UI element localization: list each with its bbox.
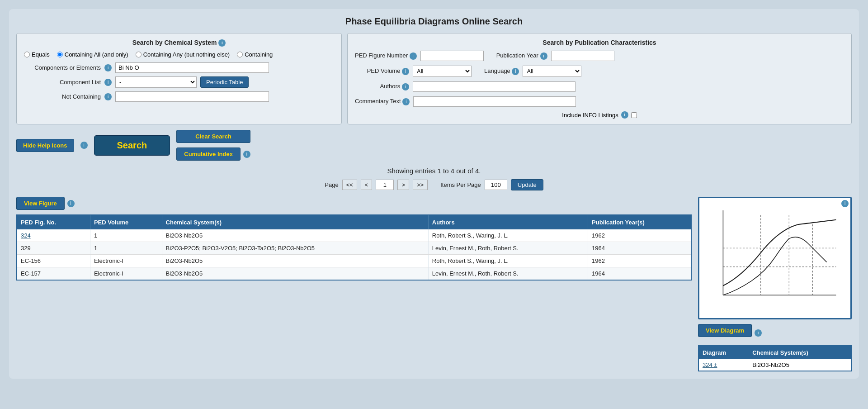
items-per-page-input[interactable] [485,180,507,190]
authors-input[interactable] [413,81,576,92]
not-containing-row: Not Containing i [24,91,334,102]
search-type-radio-group: Equals Containing All (and only) Contain… [24,51,334,58]
cell-chemical-systems: Bi2O3-Nb2O5 [162,255,428,267]
radio-containing[interactable]: Containing [237,51,273,58]
cell-authors: Levin, Ernest M., Roth, Robert S. [428,267,588,281]
table-header-row: PED Fig. No. PED Volume Chemical System(… [17,215,691,229]
first-page-button[interactable]: << [342,180,357,190]
components-input[interactable] [115,62,269,73]
cell-ped-fig-no[interactable]: 324 [17,229,90,242]
diagram-col-diagram: Diagram [698,346,749,359]
col-ped-fig-no: PED Fig. No. [17,215,90,229]
hide-help-info-icon[interactable]: i [80,142,88,149]
hide-help-button[interactable]: Hide Help Icons [16,139,74,152]
items-per-page-label: Items Per Page [440,181,481,188]
col-publication-year: Publication Year(s) [588,215,691,229]
language-select[interactable]: All [523,66,581,77]
radio-containing-any-input[interactable] [136,52,142,57]
authors-row: Authors i [355,81,844,92]
radio-containing-all-input[interactable] [57,52,63,57]
cumulative-index-button[interactable]: Cumulative Index [176,147,241,161]
ped-volume-select[interactable]: All [413,66,472,77]
cell-diagram[interactable]: 324 ± [698,359,749,371]
cumulative-info-icon[interactable]: i [243,151,250,158]
language-info-icon[interactable]: i [512,68,519,75]
include-info-icon[interactable]: i [621,111,628,119]
view-diagram-info-icon[interactable]: i [755,329,762,337]
component-list-label: Component List [24,79,101,86]
cell-publication-year: 1964 [588,267,691,281]
view-figure-info-icon[interactable]: i [67,200,75,207]
view-figure-button[interactable]: View Figure [16,197,65,210]
diagram-table: Diagram Chemical System(s) 324 ±Bi2O3-Nb… [698,345,852,371]
commentary-info-icon[interactable]: i [402,98,410,105]
chemical-system-title: Search by Chemical System i [24,39,334,47]
not-containing-label: Not Containing [24,93,101,100]
ped-volume-info-icon[interactable]: i [402,68,409,75]
publication-year-label: Publication Year i [496,52,547,60]
ped-figure-info-icon[interactable]: i [410,52,417,60]
include-info-checkbox[interactable] [631,112,637,118]
cell-publication-year: 1962 [588,255,691,267]
publication-year-info-icon[interactable]: i [540,52,547,60]
commentary-row: Commentary Text i [355,96,844,107]
publication-panel: Search by Publication Characteristics PE… [347,33,852,124]
radio-containing-any[interactable]: Containing Any (but nothing else) [136,51,230,58]
ped-fig-link[interactable]: 324 [21,232,31,239]
include-info-label: Include INFO Listings [562,112,618,119]
ped-figure-row: PED Figure Number i Publication Year i [355,51,844,61]
action-bar: Hide Help Icons i Search Clear Search Cu… [16,130,852,161]
table-row: 3241Bi2O3-Nb2O5Roth, Robert S., Waring, … [17,229,691,242]
table-row: EC-157Electronic-IBi2O3-Nb2O5Levin, Erne… [17,267,691,281]
cell-ped-volume: 1 [90,242,162,255]
cell-ped-fig-no: EC-157 [17,267,90,281]
cell-ped-volume: 1 [90,229,162,242]
radio-containing-input[interactable] [237,52,243,57]
cell-publication-year: 1964 [588,242,691,255]
cell-ped-volume: Electronic-I [90,267,162,281]
cell-chemical-systems: Bi2O3-Nb2O5 [162,267,428,281]
page-wrapper: Phase Equilibria Diagrams Online Search … [9,9,859,379]
diagram-link[interactable]: 324 ± [703,361,717,368]
table-section: View Figure i PED Fig. No. PED Volume Ch… [16,197,692,371]
cell-diagram-chemical: Bi2O3-Nb2O5 [749,359,851,371]
view-diagram-button[interactable]: View Diagram [698,324,752,337]
results-table: PED Fig. No. PED Volume Chemical System(… [16,214,692,281]
results-info: Showing entries 1 to 4 out of 4. [16,167,852,175]
table-row: EC-156Electronic-IBi2O3-Nb2O5Roth, Rober… [17,255,691,267]
pagination-row: Page << < > >> Items Per Page Update [16,179,852,190]
search-button[interactable]: Search [94,135,170,156]
right-panel: i [698,197,852,371]
commentary-input[interactable] [413,96,576,107]
chemical-system-info-icon[interactable]: i [218,39,226,47]
component-list-info-icon[interactable]: i [104,79,112,86]
cell-ped-fig-no: EC-156 [17,255,90,267]
radio-equals-input[interactable] [24,52,30,57]
radio-containing-all[interactable]: Containing All (and only) [57,51,128,58]
not-containing-info-icon[interactable]: i [104,93,112,100]
cell-chemical-systems: Bi2O3-Nb2O5 [162,229,428,242]
ped-volume-row: PED Volume i All Language i All [355,66,844,77]
ped-figure-input[interactable] [420,51,484,61]
components-row: Components or Elements i [24,62,334,73]
not-containing-input[interactable] [115,91,269,102]
authors-info-icon[interactable]: i [402,83,409,90]
prev-page-button[interactable]: < [361,180,373,190]
last-page-button[interactable]: >> [413,180,428,190]
component-list-row: Component List i - Periodic Table [24,76,334,88]
page-label: Page [325,181,338,188]
col-ped-volume: PED Volume [90,215,162,229]
periodic-table-button[interactable]: Periodic Table [200,76,249,88]
update-button[interactable]: Update [511,179,543,190]
radio-equals[interactable]: Equals [24,51,50,58]
diagram-info-icon[interactable]: i [841,200,849,207]
cell-chemical-systems: Bi2O3-P2O5; Bi2O3-V2O5; Bi2O3-Ta2O5; Bi2… [162,242,428,255]
component-list-select[interactable]: - [115,76,197,88]
col-authors: Authors [428,215,588,229]
next-page-button[interactable]: > [397,180,409,190]
page-input[interactable] [376,180,394,190]
publication-title: Search by Publication Characteristics [355,39,844,46]
publication-year-input[interactable] [551,51,614,61]
components-info-icon[interactable]: i [104,64,112,71]
clear-search-button[interactable]: Clear Search [176,130,250,143]
